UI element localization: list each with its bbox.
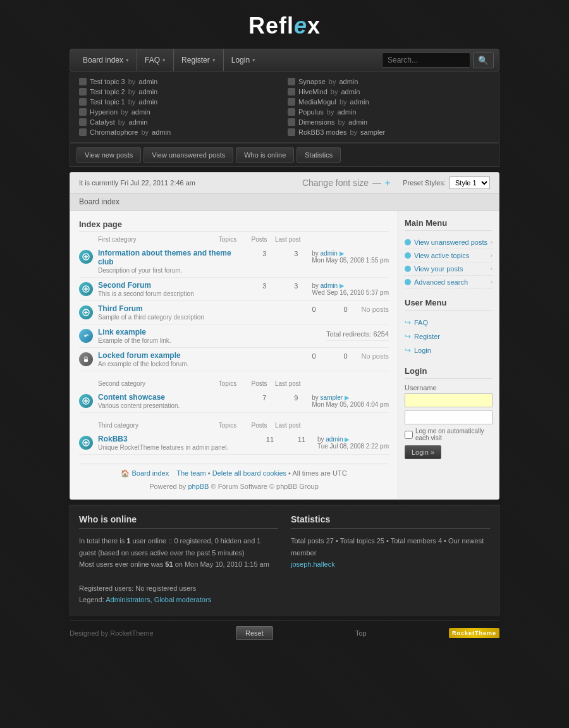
remember-checkbox[interactable] bbox=[405, 431, 413, 439]
recent-item: Test topic 2 by admin bbox=[79, 88, 281, 96]
forum-title-link[interactable]: Locked forum example bbox=[98, 351, 181, 360]
sidebar-advanced-search[interactable]: Advanced search › bbox=[405, 276, 493, 289]
lastpost-arrow: ▶ bbox=[345, 394, 350, 401]
delete-cookies-link[interactable]: Delete all board cookies bbox=[212, 469, 286, 477]
forum-icon bbox=[79, 250, 93, 264]
statistics-button[interactable]: Statistics bbox=[297, 147, 341, 163]
recent-post-link[interactable]: HiveMind bbox=[298, 88, 327, 96]
login-submit-button[interactable]: Login » bbox=[405, 445, 441, 459]
recent-post-link[interactable]: Test topic 3 bbox=[90, 78, 125, 85]
forum-title-link[interactable]: Third Forum bbox=[98, 304, 143, 313]
sidebar-view-unanswered[interactable]: View unanswered posts › bbox=[405, 236, 493, 249]
administrators-link[interactable]: Administrators bbox=[106, 596, 150, 603]
search-input[interactable] bbox=[382, 52, 470, 68]
recent-post-link[interactable]: Test topic 2 bbox=[90, 88, 125, 96]
lastpost-author-link[interactable]: admin bbox=[321, 250, 338, 257]
recent-item: MediaMogul by admin bbox=[288, 98, 490, 106]
phpbb-link[interactable]: phpBB bbox=[188, 483, 209, 490]
lastpost-author-link[interactable]: admin bbox=[326, 436, 343, 443]
chevron-right-icon: › bbox=[491, 266, 493, 272]
who-is-online-button[interactable]: Who is online bbox=[236, 147, 294, 163]
forum-desc: This is a second forum description bbox=[98, 290, 243, 297]
recent-post-link[interactable]: Synapse bbox=[298, 78, 326, 85]
chat-icon bbox=[79, 118, 87, 126]
topics-count: 11 bbox=[254, 435, 286, 443]
forum-col-headers: Third category Topics Posts Last post bbox=[79, 422, 389, 429]
recent-post-link[interactable]: MediaMogul bbox=[298, 98, 336, 106]
font-change-label: Change font size bbox=[302, 178, 369, 188]
forum-row: Information about themes and theme club … bbox=[79, 245, 389, 278]
lastpost-author-link[interactable]: sampler bbox=[321, 394, 343, 401]
user-faq-link[interactable]: ↪ FAQ bbox=[405, 316, 493, 330]
forum-title-link[interactable]: Information about themes and theme club bbox=[98, 249, 231, 266]
forum-title-link[interactable]: Second Forum bbox=[98, 281, 151, 290]
chevron-right-icon: › bbox=[491, 239, 493, 245]
recent-post-link[interactable]: Populus bbox=[298, 108, 324, 116]
recent-post-link[interactable]: Dimensions bbox=[298, 118, 334, 126]
chat-icon bbox=[79, 88, 87, 96]
chevron-right-icon: › bbox=[491, 252, 493, 259]
search-button[interactable]: 🔍 bbox=[473, 52, 494, 68]
font-change-area: Change font size — + bbox=[302, 178, 390, 188]
category-second: Second category Topics Posts Last post C… bbox=[79, 380, 389, 413]
recent-item: RokBB3 modes by sampler bbox=[288, 128, 490, 136]
col-lastpost-label: Last post bbox=[275, 422, 389, 429]
forum-title-link[interactable]: RokBB3 bbox=[98, 435, 128, 443]
designed-by-text: Designed by RocketTheme bbox=[70, 629, 154, 637]
lastpost-arrow: ▶ bbox=[340, 282, 345, 289]
forum-row: Second Forum This is a second forum desc… bbox=[79, 278, 389, 301]
forum-area: Index page First category Topics Posts L… bbox=[70, 211, 398, 499]
board-icon: 🏠 bbox=[121, 469, 130, 477]
newest-member-link[interactable]: joseph.halleck bbox=[291, 560, 335, 568]
posts-count: 0 bbox=[330, 351, 362, 360]
recent-post-link[interactable]: Catalyst bbox=[90, 118, 115, 126]
forum-row: RokBB3 Unique RocketTheme features in ad… bbox=[79, 431, 389, 455]
forum-desc: Sample of a third category description bbox=[98, 314, 293, 321]
user-menu-section: User Menu ↪ FAQ ↪ Register ↪ Login bbox=[405, 298, 493, 357]
nav-login[interactable]: Login ▾ bbox=[224, 49, 263, 71]
site-logo: Reflex bbox=[0, 13, 569, 39]
forum-title-link[interactable]: Link example bbox=[98, 328, 146, 336]
board-index-footer-link[interactable]: Board index bbox=[132, 469, 169, 477]
user-login-link[interactable]: ↪ Login bbox=[405, 343, 493, 357]
col-topics-label: Topics bbox=[212, 422, 243, 429]
forum-row: Third Forum Sample of a third category d… bbox=[79, 301, 389, 324]
forum-nums: 3 3 by admin ▶ Mon May 05, 2008 1:55 pm bbox=[248, 249, 389, 264]
user-register-link[interactable]: ↪ Register bbox=[405, 330, 493, 343]
view-unanswered-button[interactable]: View unanswered posts bbox=[144, 147, 233, 163]
recent-post-link[interactable]: Hyperion bbox=[90, 108, 118, 116]
posts-count: 11 bbox=[286, 435, 317, 443]
team-link[interactable]: The team bbox=[176, 469, 205, 477]
nav-register[interactable]: Register ▾ bbox=[174, 49, 224, 71]
preset-area: Preset Styles: Style 1 bbox=[403, 176, 490, 189]
username-input[interactable] bbox=[405, 393, 493, 407]
recent-item: Hyperion by admin bbox=[79, 108, 281, 116]
forum-title-link[interactable]: Content showcase bbox=[98, 393, 165, 402]
reset-button[interactable]: Reset bbox=[236, 626, 273, 640]
preset-select[interactable]: Style 1 bbox=[450, 176, 490, 189]
rocket-theme-logo: RocketTheme bbox=[449, 628, 499, 638]
font-minus-icon[interactable]: — bbox=[372, 178, 381, 188]
recent-item: Synapse by admin bbox=[288, 78, 490, 85]
category-third: Third category Topics Posts Last post Ro… bbox=[79, 422, 389, 455]
font-plus-icon[interactable]: + bbox=[385, 178, 390, 188]
forum-row: Locked forum example An example of the l… bbox=[79, 348, 389, 371]
password-input[interactable] bbox=[405, 410, 493, 424]
sidebar-view-active[interactable]: View active topics › bbox=[405, 249, 493, 262]
user-menu-title: User Menu bbox=[405, 298, 493, 311]
posts-count: 0 bbox=[330, 304, 362, 313]
who-is-online-title: Who is online bbox=[79, 514, 278, 529]
sidebar-view-your-posts[interactable]: View your posts › bbox=[405, 262, 493, 276]
nav-faq[interactable]: FAQ ▾ bbox=[137, 49, 174, 71]
lastpost-author-link[interactable]: admin bbox=[321, 282, 338, 289]
lastpost-arrow: ▶ bbox=[340, 250, 345, 257]
nav-board-index[interactable]: Board index ▾ bbox=[75, 49, 137, 71]
recent-post-link[interactable]: Chromatophore bbox=[90, 128, 138, 136]
chat-icon bbox=[288, 88, 295, 96]
view-new-posts-button[interactable]: View new posts bbox=[76, 147, 141, 163]
top-link[interactable]: Top bbox=[355, 629, 367, 637]
recent-post-link[interactable]: Test topic 1 bbox=[90, 98, 125, 106]
recent-post-link[interactable]: RokBB3 modes bbox=[298, 128, 346, 136]
moderators-link[interactable]: Global moderators bbox=[154, 596, 212, 603]
forum-nums: 0 0 No posts bbox=[298, 351, 389, 360]
